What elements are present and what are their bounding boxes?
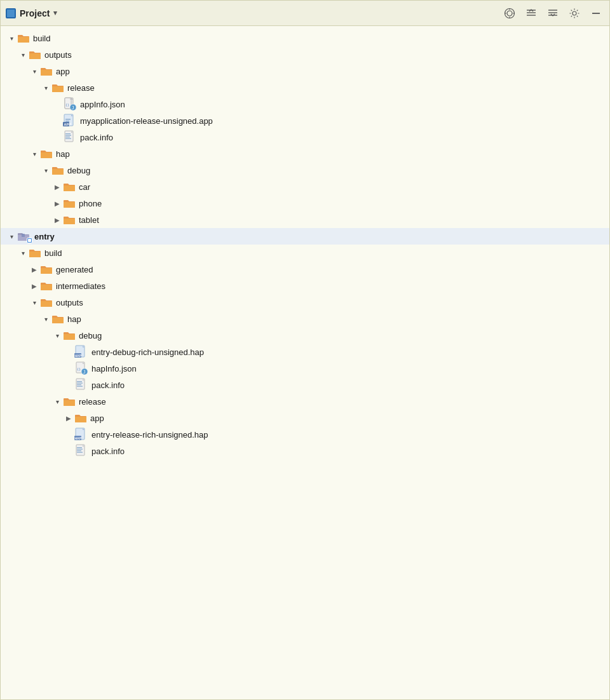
- toggle-car[interactable]: ▶: [51, 181, 63, 192]
- tree-item-entry-release-hap[interactable]: HAP entry-release-rich-unsigned.hap: [1, 426, 609, 443]
- tree-item-hap2[interactable]: ▾ hap: [1, 311, 609, 327]
- label-entry-release-hap: entry-release-rich-unsigned.hap: [92, 430, 208, 440]
- tree-item-entry-debug-hap[interactable]: HAP entry-debug-rich-unsigned.hap: [1, 344, 609, 360]
- tree-item-outputs1[interactable]: ▾ outputs: [1, 46, 609, 63]
- toggle-debug2[interactable]: ▾: [51, 330, 63, 341]
- toggle-outputs1[interactable]: ▾: [17, 49, 29, 60]
- file-icon-hapinfo: {} J: [74, 362, 88, 375]
- toggle-generated[interactable]: ▶: [29, 264, 40, 275]
- svg-text:APP: APP: [64, 123, 72, 126]
- folder-icon-debug1: [51, 165, 64, 175]
- file-icon-app: APP: [63, 114, 77, 127]
- svg-point-1: [507, 11, 512, 16]
- svg-rect-48: [77, 386, 83, 387]
- svg-rect-30: [65, 135, 71, 136]
- toggle-outputs2[interactable]: ▾: [29, 297, 40, 308]
- svg-rect-29: [65, 133, 71, 134]
- tree-item-outputs2[interactable]: ▾ outputs: [1, 294, 609, 311]
- svg-rect-23: [65, 119, 71, 120]
- tree-item-phone[interactable]: ▶ phone: [1, 195, 609, 212]
- folder-icon-phone: [63, 198, 76, 208]
- toolbar: Project ▾: [1, 1, 609, 26]
- tree-item-packinfo3[interactable]: pack.info: [1, 443, 609, 459]
- folder-icon-build2: [29, 248, 41, 258]
- tree-item-hapinfo[interactable]: {} J hapInfo.json: [1, 360, 609, 377]
- svg-rect-46: [77, 383, 83, 384]
- file-icon-entry-release-hap: HAP: [74, 428, 88, 441]
- tree-item-build2[interactable]: ▾ build: [1, 245, 609, 261]
- tree-item-release1[interactable]: ▾ release: [1, 79, 609, 96]
- folder-icon-outputs2: [40, 297, 53, 307]
- file-icon-packinfo2: [74, 379, 88, 391]
- expand-all-icon: [547, 8, 559, 19]
- folder-icon-app2: [74, 413, 87, 423]
- folder-icon-hap2: [51, 314, 64, 324]
- toggle-tablet[interactable]: ▶: [51, 214, 63, 225]
- svg-rect-32: [65, 138, 71, 139]
- minimize-icon: [590, 8, 602, 19]
- tree-item-packinfo2[interactable]: pack.info: [1, 377, 609, 393]
- tree-item-app[interactable]: ▾ app: [1, 63, 609, 79]
- label-packinfo3: pack.info: [92, 447, 125, 456]
- toggle-hap1[interactable]: ▾: [29, 148, 40, 159]
- tree-item-debug1[interactable]: ▾ debug: [1, 162, 609, 178]
- tree-item-debug2[interactable]: ▾ debug: [1, 327, 609, 344]
- minimize-button[interactable]: [588, 6, 604, 20]
- label-entry: entry: [34, 232, 55, 241]
- label-hap2: hap: [67, 314, 81, 324]
- toggle-build[interactable]: ▾: [6, 32, 17, 44]
- tree-item-intermediates[interactable]: ▶ intermediates: [1, 278, 609, 294]
- panel-title: Project: [20, 8, 50, 18]
- folder-icon-build: [17, 33, 30, 43]
- svg-text:{}: {}: [65, 103, 69, 107]
- label-appinfo: appInfo.json: [80, 100, 125, 109]
- collapse-all-button[interactable]: [523, 6, 539, 20]
- file-icon-json1: {} J: [63, 98, 77, 111]
- toggle-debug1[interactable]: ▾: [40, 165, 51, 176]
- file-icon-packinfo1: [63, 131, 77, 144]
- tree-item-entry[interactable]: ▾ entry: [1, 228, 609, 245]
- toggle-entry[interactable]: ▾: [6, 231, 17, 242]
- label-phone: phone: [79, 199, 102, 208]
- tree-item-appinfo[interactable]: {} J appInfo.json: [1, 96, 609, 112]
- toggle-app2[interactable]: ▶: [63, 412, 74, 424]
- title-chevron-icon[interactable]: ▾: [53, 9, 57, 17]
- tree-item-hap1[interactable]: ▾ hap: [1, 145, 609, 162]
- toggle-build2[interactable]: ▾: [17, 247, 29, 259]
- target-button[interactable]: [501, 6, 518, 20]
- svg-text:J: J: [72, 105, 74, 111]
- toggle-release1[interactable]: ▾: [40, 82, 51, 93]
- file-tree[interactable]: ▾ build ▾ outputs ▾ app ▾: [1, 26, 609, 699]
- toggle-app[interactable]: ▾: [29, 65, 40, 77]
- folder-icon-outputs1: [29, 50, 41, 60]
- settings-icon: [569, 8, 580, 19]
- label-packinfo2: pack.info: [92, 380, 125, 390]
- label-entry-debug-hap: entry-debug-rich-unsigned.hap: [92, 347, 204, 357]
- tree-item-build[interactable]: ▾ build: [1, 30, 609, 46]
- collapse-all-icon: [525, 8, 537, 19]
- tree-item-myapp[interactable]: APP myapplication-release-unsigned.app: [1, 112, 609, 129]
- toggle-intermediates[interactable]: ▶: [29, 280, 40, 292]
- expand-all-button[interactable]: [545, 6, 561, 20]
- label-intermediates: intermediates: [56, 281, 105, 291]
- folder-icon-car: [63, 182, 76, 192]
- target-icon: [504, 8, 515, 19]
- toggle-phone[interactable]: ▶: [51, 198, 63, 209]
- svg-point-12: [573, 11, 576, 15]
- svg-point-0: [505, 8, 515, 18]
- folder-icon-generated: [40, 264, 53, 274]
- toolbar-actions: [501, 6, 604, 20]
- tree-item-tablet[interactable]: ▶ tablet: [1, 212, 609, 228]
- toggle-release2[interactable]: ▾: [51, 396, 63, 407]
- toggle-hap2[interactable]: ▾: [40, 313, 51, 325]
- tree-item-packinfo1[interactable]: pack.info: [1, 129, 609, 145]
- settings-button[interactable]: [566, 6, 583, 20]
- label-outputs2: outputs: [56, 298, 83, 307]
- tree-item-release2[interactable]: ▾ release: [1, 393, 609, 410]
- label-app: app: [56, 67, 70, 76]
- tree-item-app2[interactable]: ▶ app: [1, 410, 609, 426]
- tree-item-generated[interactable]: ▶ generated: [1, 261, 609, 278]
- tree-item-car[interactable]: ▶ car: [1, 178, 609, 195]
- folder-icon-entry: [17, 231, 31, 242]
- label-app2: app: [90, 414, 104, 423]
